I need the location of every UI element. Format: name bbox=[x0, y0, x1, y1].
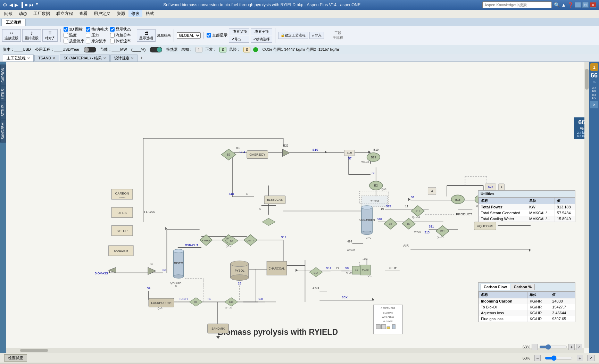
nav-item-carbon[interactable]: CARBON bbox=[0, 65, 6, 86]
zoom-controls: 63% − + ⤢ bbox=[523, 344, 582, 350]
svg-rect-186 bbox=[387, 327, 390, 329]
close-button[interactable]: ✕ bbox=[590, 2, 596, 8]
cb-allshow[interactable] bbox=[207, 33, 211, 38]
zoom-fit-button[interactable]: ⤢ bbox=[576, 344, 582, 350]
tab-carbon-pct[interactable]: Carbon % bbox=[511, 284, 535, 290]
h-scroll-thumb[interactable] bbox=[20, 349, 48, 352]
svg-text:0: 0 bbox=[175, 284, 177, 288]
capital-toggle[interactable] bbox=[84, 47, 96, 52]
cb-temp[interactable] bbox=[64, 33, 68, 38]
tab-tsand-close[interactable]: ✕ bbox=[52, 56, 55, 60]
nav-item-utils[interactable]: UTILS bbox=[0, 86, 6, 102]
tab-tsand[interactable]: TSAND ✕ bbox=[34, 55, 59, 61]
menu-item-lianlifangcheng[interactable]: 联立方程 bbox=[53, 10, 76, 17]
hx-risk-badge: 0 bbox=[243, 47, 250, 52]
ribbon-group-actions: 全部显示 ↑ 查看父项 ↗ 号出 ↓ 查看子项 ⤢ 移动选 bbox=[207, 28, 275, 43]
search-input[interactable] bbox=[482, 1, 552, 8]
view-parent-button[interactable]: ↑ 查看父项 bbox=[229, 28, 249, 35]
menu-item-ziyuan[interactable]: 资源 bbox=[114, 10, 128, 17]
statusbar-zoom-in[interactable]: + bbox=[577, 355, 583, 361]
svg-text:B3: B3 bbox=[227, 153, 231, 156]
tab-main-close[interactable]: ✕ bbox=[27, 56, 30, 60]
menu-item-geshi[interactable]: 格式 bbox=[143, 10, 157, 17]
maximize-button[interactable]: □ bbox=[582, 2, 589, 8]
align-button[interactable]: ≡ 对对齐 bbox=[42, 29, 58, 42]
carbon-row-aqueous: Aqueous loss KG/HR 3.46644 bbox=[479, 310, 575, 316]
cb-volflow[interactable] bbox=[110, 39, 115, 43]
display-options-button[interactable]: 🖥 显示选项 bbox=[137, 29, 156, 42]
energy-toggle[interactable] bbox=[150, 47, 162, 52]
connect-stream-button[interactable]: ↔ 连接流股 bbox=[2, 29, 21, 42]
menu-item-wenxie[interactable]: 问歇 bbox=[1, 10, 15, 17]
import-button[interactable]: ↙ 导入 bbox=[309, 32, 324, 39]
utilities-cell-value-0: 913.188 bbox=[555, 204, 575, 210]
svg-text:Q=0: Q=0 bbox=[381, 188, 386, 191]
cb-displaystate[interactable] bbox=[110, 27, 115, 32]
close-right-panel[interactable]: ✕ bbox=[590, 101, 598, 108]
window-icon: ⚙ bbox=[3, 2, 7, 8]
cb-3d[interactable] bbox=[64, 27, 68, 32]
menu-item-xiugai[interactable]: 修改 bbox=[128, 10, 142, 17]
global-dropdown[interactable]: GLOBAL bbox=[177, 32, 201, 39]
cb-vaporfrac[interactable] bbox=[110, 33, 115, 38]
svg-text:B7: B7 bbox=[150, 262, 153, 266]
tab-main-flow[interactable]: 主工艺流程 ✕ bbox=[3, 55, 34, 61]
minimize-button[interactable]: − bbox=[575, 2, 581, 8]
lock-flow-button[interactable]: 🔒 锁定工艺流程 bbox=[278, 32, 308, 39]
tab-carbon-flow[interactable]: Carbon Flow bbox=[481, 284, 510, 290]
cb-heat[interactable] bbox=[86, 27, 90, 32]
tab-s6-material[interactable]: S6 (MATERIAL) - 结果 ✕ bbox=[60, 55, 110, 61]
move-select-button[interactable]: ⤢ 移动选择 bbox=[251, 36, 272, 43]
svg-text:B19: B19 bbox=[371, 156, 376, 159]
menu-item-dongtai[interactable]: 动态 bbox=[16, 10, 30, 17]
utilities-cell-unit-0: KW bbox=[527, 204, 555, 210]
carbon-col-name: 名称 bbox=[479, 292, 527, 298]
menu-item-gonchangshuju[interactable]: 工厂数据 bbox=[31, 10, 53, 17]
horizontal-scrollbar[interactable] bbox=[6, 348, 584, 353]
tab-design-close[interactable]: ✕ bbox=[131, 56, 134, 60]
carbon-cell-value-3: 9397.65 bbox=[550, 316, 575, 322]
menu-item-yonghu[interactable]: 用户定义 bbox=[91, 10, 113, 17]
label-flue: FLUE bbox=[389, 266, 397, 270]
v-scroll-thumb[interactable] bbox=[585, 69, 589, 90]
carbon-col-value: 值 bbox=[550, 292, 575, 298]
svg-text:409: 409 bbox=[347, 151, 352, 155]
svg-text:S2: S2 bbox=[372, 171, 375, 175]
view-child-button[interactable]: ↓ 查看子项 bbox=[251, 28, 272, 35]
rearrange-stream-button[interactable]: ↕ 重排流股 bbox=[22, 29, 41, 42]
energy-pct-label: (____%) bbox=[131, 48, 146, 52]
nav-item-sand2bm[interactable]: SAND2BM bbox=[0, 119, 6, 142]
svg-text:Cl:-27: Cl:-27 bbox=[346, 272, 353, 275]
svg-text:FL-GAS: FL-GAS bbox=[144, 210, 155, 214]
rearrange-icon: ↕ bbox=[30, 30, 33, 36]
utilities-panel: Utilities 名称 单位 值 Total Power KW 913.188 bbox=[478, 190, 575, 222]
statusbar-zoom-out[interactable]: − bbox=[534, 355, 541, 361]
export-button[interactable]: ↗ 号出 bbox=[229, 36, 249, 43]
menu-item-chakan[interactable]: 查看 bbox=[76, 10, 90, 17]
nav-item-setup[interactable]: SETUP bbox=[0, 102, 6, 119]
zoom-in-button[interactable]: + bbox=[568, 344, 575, 350]
notification-badge[interactable]: 1 bbox=[590, 63, 598, 71]
svg-point-94 bbox=[173, 249, 183, 253]
title-text: Softwood biomass conversion to bio-fuel … bbox=[41, 2, 482, 7]
import-label: 导入 bbox=[315, 33, 322, 38]
check-status-button[interactable]: 检查状态 bbox=[4, 354, 27, 362]
tab-design-spec[interactable]: 设计规定 ✕ bbox=[110, 55, 138, 61]
tab-s6-close[interactable]: ✕ bbox=[103, 56, 106, 60]
info-number-badge: 66 bbox=[590, 72, 598, 79]
tab-gongyi[interactable]: 工艺流程 bbox=[1, 19, 26, 26]
add-tab-button[interactable]: + bbox=[138, 55, 145, 61]
vertical-scrollbar[interactable] bbox=[584, 62, 589, 348]
cb-pressure[interactable] bbox=[86, 33, 90, 38]
statusbar-zoom-fit[interactable]: ⤢ bbox=[587, 355, 595, 361]
label-s19: S19 bbox=[312, 148, 318, 151]
zoom-out-button[interactable]: − bbox=[532, 344, 538, 350]
zoom-slider[interactable] bbox=[539, 344, 567, 350]
svg-point-102 bbox=[231, 261, 249, 267]
statusbar-zoom-slider[interactable] bbox=[545, 355, 573, 361]
toggle-dot-capital bbox=[84, 47, 89, 52]
cb-massflow[interactable] bbox=[64, 39, 68, 43]
svg-text:S20: S20 bbox=[258, 297, 263, 301]
cb-heat-label: 热/功/电力 bbox=[91, 27, 109, 32]
cb-molarflow[interactable] bbox=[86, 39, 90, 43]
